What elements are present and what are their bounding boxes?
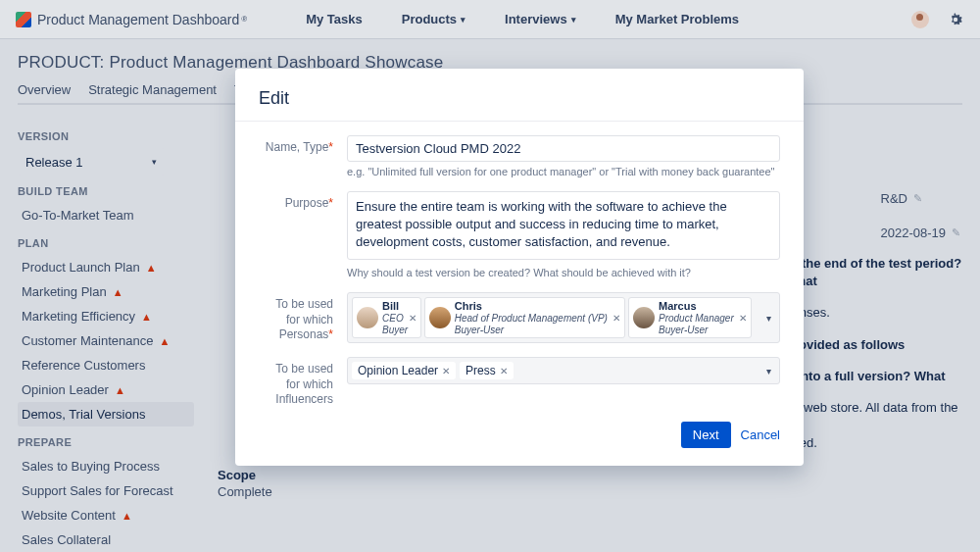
brand-reg: ® <box>241 15 247 24</box>
warning-icon: ▲ <box>122 510 132 522</box>
sidebar-item[interactable]: Support Sales for Forecast <box>18 478 194 503</box>
dept-value: R&D <box>881 191 907 206</box>
nav-my-market-problems[interactable]: My Market Problems <box>615 12 739 26</box>
scope-label: Scope <box>218 468 962 482</box>
tab-strategic-management[interactable]: Strategic Management <box>88 82 217 103</box>
label-influencers: To be used for which Influencers <box>259 357 347 408</box>
personas-select[interactable]: BillCEO ✕BuyerChrisHead of Product Manag… <box>347 292 780 343</box>
pencil-icon[interactable]: ✎ <box>913 192 922 205</box>
edit-modal: Edit Name, Type* e.g. "Unlimited full ve… <box>235 69 804 466</box>
warning-icon: ▲ <box>141 311 152 323</box>
sidebar-item[interactable]: Opinion Leader▲ <box>18 377 194 402</box>
chevron-down-icon: ▾ <box>766 313 771 324</box>
right-meta: R&D ✎ 2022-08-19 ✎ <box>881 191 961 260</box>
remove-icon[interactable]: ✕ <box>442 366 450 376</box>
warning-icon: ▲ <box>159 335 170 347</box>
sidebar-group-header: PREPARE <box>18 436 194 448</box>
chevron-down-icon: ▾ <box>766 366 771 376</box>
persona-avatar-icon <box>429 307 451 328</box>
nav-products[interactable]: Products▾ <box>402 12 466 26</box>
nav-my-tasks[interactable]: My Tasks <box>306 12 363 26</box>
sidebar-group-header: BUILD TEAM <box>18 185 194 197</box>
warning-icon: ▲ <box>146 262 157 274</box>
modal-title: Edit <box>259 88 780 109</box>
sidebar-item[interactable]: Sales Collateral <box>18 527 194 552</box>
settings-gear-icon[interactable] <box>947 11 964 28</box>
label-purpose: Purpose* <box>259 191 347 278</box>
sidebar-item[interactable]: Sales to Buying Process <box>18 454 194 478</box>
brand-name: Product Management Dashboard <box>37 12 239 27</box>
remove-icon[interactable]: ✕ <box>500 366 508 376</box>
right-column-text: er the end of the test period? What cens… <box>786 255 962 467</box>
version-header: VERSION <box>18 130 194 142</box>
remove-icon[interactable]: ✕ <box>612 313 620 324</box>
user-avatar-icon[interactable] <box>911 11 929 28</box>
persona-chip[interactable]: ChrisHead of Product Management (VP) ✕Bu… <box>424 297 625 338</box>
brand-logo-icon <box>16 12 31 27</box>
sidebar-item[interactable]: Customer Maintenance▲ <box>18 328 194 353</box>
purpose-hint: Why should a test version be created? Wh… <box>347 267 780 278</box>
name-type-input[interactable] <box>347 135 780 162</box>
cancel-button[interactable]: Cancel <box>741 427 780 442</box>
sidebar-item[interactable]: Marketing Plan▲ <box>18 279 194 304</box>
sidebar-item[interactable]: Marketing Efficiency▲ <box>18 304 194 328</box>
sidebar-item[interactable]: Reference Customers <box>18 353 194 377</box>
sidebar: VERSION Release 1 ▾ BUILD TEAMGo-To-Mark… <box>18 121 194 552</box>
warning-icon: ▲ <box>113 286 123 298</box>
nav-interviews[interactable]: Interviews▾ <box>505 12 576 26</box>
remove-icon[interactable]: ✕ <box>409 313 416 324</box>
tab-overview[interactable]: Overview <box>18 82 71 103</box>
chevron-down-icon: ▾ <box>461 15 466 25</box>
divider <box>235 121 804 122</box>
label-name-type: Name, Type* <box>259 135 347 177</box>
name-type-hint: e.g. "Unlimited full version for one pro… <box>347 166 780 177</box>
date-value: 2022-08-19 <box>881 226 947 240</box>
sidebar-group-header: PLAN <box>18 237 194 249</box>
chevron-down-icon: ▾ <box>152 157 157 167</box>
next-button[interactable]: Next <box>681 422 731 448</box>
version-select[interactable]: Release 1 ▾ <box>18 148 165 176</box>
sidebar-item[interactable]: Demos, Trial Versions <box>18 402 194 427</box>
remove-icon[interactable]: ✕ <box>739 313 747 324</box>
influencer-tag[interactable]: Opinion Leader✕ <box>352 362 456 379</box>
purpose-textarea[interactable] <box>347 191 780 260</box>
chevron-down-icon: ▾ <box>571 15 576 25</box>
persona-chip[interactable]: MarcusProduct Manager ✕Buyer-User <box>628 297 752 338</box>
persona-avatar-icon <box>633 307 655 328</box>
warning-icon: ▲ <box>115 384 125 396</box>
sidebar-item[interactable]: Product Launch Plan▲ <box>18 255 194 279</box>
sidebar-item[interactable]: Website Content▲ <box>18 503 194 527</box>
sidebar-item[interactable]: Go-To-Market Team <box>18 203 194 227</box>
label-personas: To be used for which Personas* <box>259 292 347 343</box>
persona-chip[interactable]: BillCEO ✕Buyer <box>352 297 421 338</box>
influencer-tag[interactable]: Press✕ <box>460 362 514 379</box>
influencers-select[interactable]: Opinion Leader✕Press✕▾ <box>347 357 780 384</box>
brand[interactable]: Product Management Dashboard ® <box>16 12 247 27</box>
scope-value: Complete <box>218 484 962 499</box>
top-navbar: Product Management Dashboard ® My Tasks … <box>0 0 980 39</box>
topnav-items: My Tasks Products▾ Interviews▾ My Market… <box>306 12 739 26</box>
pencil-icon[interactable]: ✎ <box>952 226 960 239</box>
persona-avatar-icon <box>357 307 378 328</box>
